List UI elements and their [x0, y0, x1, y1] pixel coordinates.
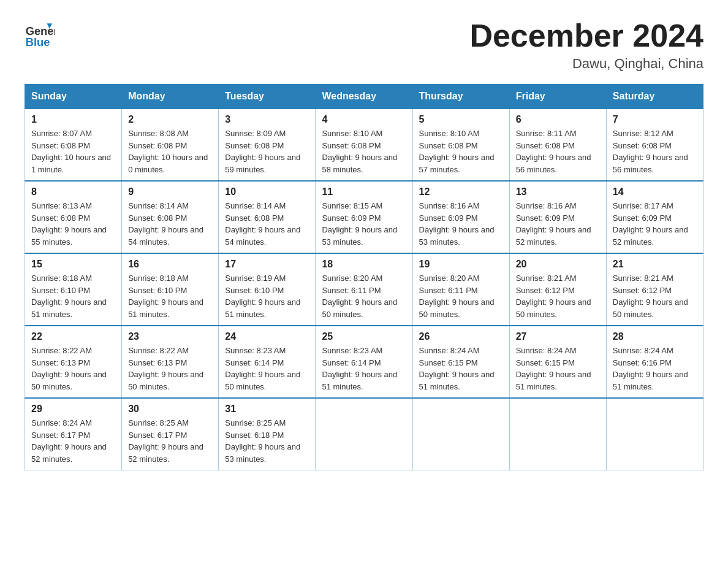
calendar-day-cell: 4 Sunrise: 8:10 AMSunset: 6:08 PMDayligh…: [316, 109, 412, 181]
day-info: Sunrise: 8:10 AMSunset: 6:08 PMDaylight:…: [322, 128, 406, 175]
day-number: 18: [322, 259, 406, 270]
calendar-day-cell: 16 Sunrise: 8:18 AMSunset: 6:10 PMDaylig…: [122, 253, 219, 326]
calendar-day-cell: 19 Sunrise: 8:20 AMSunset: 6:11 PMDaylig…: [412, 253, 509, 326]
day-number: 2: [128, 114, 212, 125]
day-info: Sunrise: 8:11 AMSunset: 6:08 PMDaylight:…: [516, 128, 600, 175]
day-number: 19: [419, 259, 503, 270]
column-header-sunday: Sunday: [25, 85, 122, 109]
day-number: 16: [128, 259, 212, 270]
day-info: Sunrise: 8:15 AMSunset: 6:09 PMDaylight:…: [322, 200, 406, 248]
day-info: Sunrise: 8:16 AMSunset: 6:09 PMDaylight:…: [516, 200, 600, 248]
calendar-week-row: 1 Sunrise: 8:07 AMSunset: 6:08 PMDayligh…: [25, 109, 703, 181]
calendar-week-row: 15 Sunrise: 8:18 AMSunset: 6:10 PMDaylig…: [25, 253, 703, 326]
calendar-day-cell: 14 Sunrise: 8:17 AMSunset: 6:09 PMDaylig…: [606, 181, 703, 253]
calendar-day-cell: 22 Sunrise: 8:22 AMSunset: 6:13 PMDaylig…: [25, 326, 122, 398]
calendar-day-cell: 5 Sunrise: 8:10 AMSunset: 6:08 PMDayligh…: [412, 109, 509, 181]
calendar-day-cell: 11 Sunrise: 8:15 AMSunset: 6:09 PMDaylig…: [316, 181, 412, 253]
day-number: 13: [516, 186, 600, 197]
day-number: 12: [419, 186, 503, 197]
day-number: 15: [31, 259, 115, 270]
calendar-day-cell: 1 Sunrise: 8:07 AMSunset: 6:08 PMDayligh…: [25, 109, 122, 181]
day-info: Sunrise: 8:21 AMSunset: 6:12 PMDaylight:…: [516, 272, 600, 320]
column-header-tuesday: Tuesday: [219, 85, 316, 109]
day-info: Sunrise: 8:24 AMSunset: 6:17 PMDaylight:…: [31, 417, 115, 465]
page-header: General Blue December 2024 Dawu, Qinghai…: [25, 18, 703, 72]
day-number: 1: [31, 114, 115, 125]
day-info: Sunrise: 8:16 AMSunset: 6:09 PMDaylight:…: [419, 200, 503, 248]
calendar-day-cell: 6 Sunrise: 8:11 AMSunset: 6:08 PMDayligh…: [509, 109, 606, 181]
calendar-day-cell: 7 Sunrise: 8:12 AMSunset: 6:08 PMDayligh…: [606, 109, 703, 181]
day-info: Sunrise: 8:08 AMSunset: 6:08 PMDaylight:…: [128, 128, 212, 175]
calendar-table: SundayMondayTuesdayWednesdayThursdayFrid…: [25, 84, 703, 470]
day-info: Sunrise: 8:13 AMSunset: 6:08 PMDaylight:…: [31, 200, 115, 248]
column-header-monday: Monday: [122, 85, 219, 109]
calendar-day-cell: 23 Sunrise: 8:22 AMSunset: 6:13 PMDaylig…: [122, 326, 219, 398]
calendar-day-cell: 31 Sunrise: 8:25 AMSunset: 6:18 PMDaylig…: [219, 398, 316, 470]
calendar-day-cell: 15 Sunrise: 8:18 AMSunset: 6:10 PMDaylig…: [25, 253, 122, 326]
calendar-week-row: 29 Sunrise: 8:24 AMSunset: 6:17 PMDaylig…: [25, 398, 703, 470]
logo: General Blue: [25, 18, 58, 49]
calendar-day-cell: 25 Sunrise: 8:23 AMSunset: 6:14 PMDaylig…: [316, 326, 412, 398]
day-number: 27: [516, 331, 600, 342]
day-number: 23: [128, 331, 212, 342]
day-info: Sunrise: 8:19 AMSunset: 6:10 PMDaylight:…: [225, 272, 309, 320]
day-info: Sunrise: 8:12 AMSunset: 6:08 PMDaylight:…: [613, 128, 697, 175]
day-info: Sunrise: 8:18 AMSunset: 6:10 PMDaylight:…: [31, 272, 115, 320]
day-info: Sunrise: 8:25 AMSunset: 6:17 PMDaylight:…: [128, 417, 212, 465]
day-info: Sunrise: 8:21 AMSunset: 6:12 PMDaylight:…: [613, 272, 697, 320]
day-info: Sunrise: 8:25 AMSunset: 6:18 PMDaylight:…: [225, 417, 309, 465]
calendar-day-cell: 12 Sunrise: 8:16 AMSunset: 6:09 PMDaylig…: [412, 181, 509, 253]
calendar-week-row: 22 Sunrise: 8:22 AMSunset: 6:13 PMDaylig…: [25, 326, 703, 398]
empty-cell: [412, 398, 509, 470]
calendar-day-cell: 29 Sunrise: 8:24 AMSunset: 6:17 PMDaylig…: [25, 398, 122, 470]
day-info: Sunrise: 8:14 AMSunset: 6:08 PMDaylight:…: [225, 200, 309, 248]
calendar-day-cell: 27 Sunrise: 8:24 AMSunset: 6:15 PMDaylig…: [509, 326, 606, 398]
day-number: 17: [225, 259, 309, 270]
day-info: Sunrise: 8:23 AMSunset: 6:14 PMDaylight:…: [322, 345, 406, 393]
calendar-day-cell: 21 Sunrise: 8:21 AMSunset: 6:12 PMDaylig…: [606, 253, 703, 326]
calendar-day-cell: 10 Sunrise: 8:14 AMSunset: 6:08 PMDaylig…: [219, 181, 316, 253]
title-block: December 2024 Dawu, Qinghai, China: [469, 18, 703, 72]
column-header-friday: Friday: [509, 85, 606, 109]
day-info: Sunrise: 8:24 AMSunset: 6:15 PMDaylight:…: [516, 345, 600, 393]
day-info: Sunrise: 8:22 AMSunset: 6:13 PMDaylight:…: [31, 345, 115, 393]
day-number: 28: [613, 331, 697, 342]
day-info: Sunrise: 8:14 AMSunset: 6:08 PMDaylight:…: [128, 200, 212, 248]
calendar-week-row: 8 Sunrise: 8:13 AMSunset: 6:08 PMDayligh…: [25, 181, 703, 253]
day-info: Sunrise: 8:17 AMSunset: 6:09 PMDaylight:…: [613, 200, 697, 248]
day-number: 7: [613, 114, 697, 125]
column-header-wednesday: Wednesday: [316, 85, 412, 109]
day-number: 22: [31, 331, 115, 342]
day-info: Sunrise: 8:18 AMSunset: 6:10 PMDaylight:…: [128, 272, 212, 320]
day-info: Sunrise: 8:09 AMSunset: 6:08 PMDaylight:…: [225, 128, 309, 175]
day-info: Sunrise: 8:22 AMSunset: 6:13 PMDaylight:…: [128, 345, 212, 393]
day-number: 31: [225, 404, 309, 415]
calendar-day-cell: 8 Sunrise: 8:13 AMSunset: 6:08 PMDayligh…: [25, 181, 122, 253]
day-number: 14: [613, 186, 697, 197]
logo-icon: General Blue: [25, 18, 55, 49]
day-number: 6: [516, 114, 600, 125]
empty-cell: [509, 398, 606, 470]
day-number: 5: [419, 114, 503, 125]
day-number: 4: [322, 114, 406, 125]
calendar-day-cell: 2 Sunrise: 8:08 AMSunset: 6:08 PMDayligh…: [122, 109, 219, 181]
day-number: 9: [128, 186, 212, 197]
day-number: 29: [31, 404, 115, 415]
calendar-day-cell: 13 Sunrise: 8:16 AMSunset: 6:09 PMDaylig…: [509, 181, 606, 253]
column-header-thursday: Thursday: [412, 85, 509, 109]
calendar-day-cell: 20 Sunrise: 8:21 AMSunset: 6:12 PMDaylig…: [509, 253, 606, 326]
column-header-saturday: Saturday: [606, 85, 703, 109]
day-number: 8: [31, 186, 115, 197]
calendar-day-cell: 3 Sunrise: 8:09 AMSunset: 6:08 PMDayligh…: [219, 109, 316, 181]
svg-text:Blue: Blue: [26, 36, 50, 48]
calendar-day-cell: 28 Sunrise: 8:24 AMSunset: 6:16 PMDaylig…: [606, 326, 703, 398]
day-info: Sunrise: 8:20 AMSunset: 6:11 PMDaylight:…: [322, 272, 406, 320]
day-number: 11: [322, 186, 406, 197]
day-number: 25: [322, 331, 406, 342]
calendar-subtitle: Dawu, Qinghai, China: [469, 56, 703, 72]
calendar-title: December 2024: [469, 18, 703, 53]
calendar-day-cell: 24 Sunrise: 8:23 AMSunset: 6:14 PMDaylig…: [219, 326, 316, 398]
day-info: Sunrise: 8:23 AMSunset: 6:14 PMDaylight:…: [225, 345, 309, 393]
calendar-day-cell: 17 Sunrise: 8:19 AMSunset: 6:10 PMDaylig…: [219, 253, 316, 326]
calendar-day-cell: 30 Sunrise: 8:25 AMSunset: 6:17 PMDaylig…: [122, 398, 219, 470]
